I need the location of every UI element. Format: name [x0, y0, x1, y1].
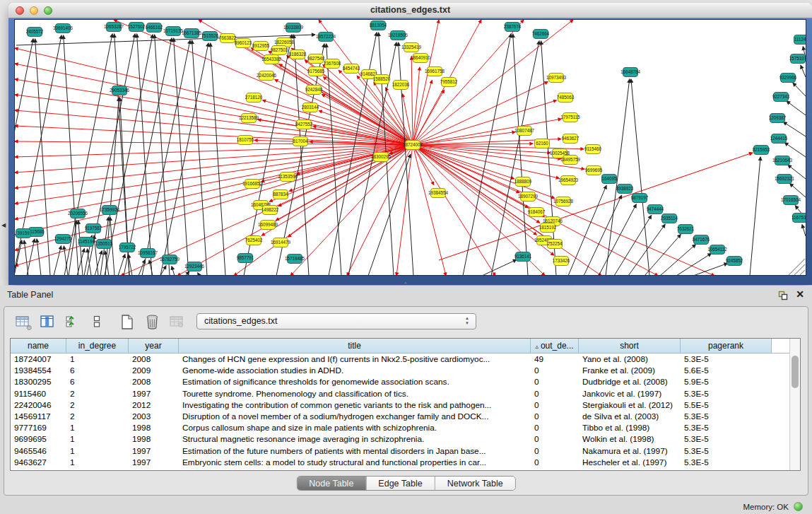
graph-node-label: 8454743 — [343, 66, 360, 71]
graph-node-label: 7955812 — [440, 79, 458, 84]
table-row[interactable]: 946554611997Estimation of the future num… — [11, 445, 789, 457]
cell-year: 2009 — [129, 365, 179, 376]
cell-out_de: 0 — [531, 388, 579, 399]
tab-node-table[interactable]: Node Table — [297, 477, 365, 490]
cell-year: 2003 — [129, 411, 179, 422]
graph-node-label: 18495759 — [560, 157, 581, 162]
collapse-panel-arrow-icon[interactable]: ◀ — [1, 222, 6, 228]
minimize-button[interactable] — [30, 6, 38, 15]
tab-network-table[interactable]: Network Table — [435, 477, 515, 490]
column-header-in_degree[interactable]: in_degree — [66, 339, 129, 353]
table-row[interactable]: 1830029562008Estimation of significance … — [11, 376, 789, 387]
graph-edge — [784, 143, 806, 157]
graph-node-label: 8427552 — [295, 122, 313, 127]
graph-edge — [482, 259, 517, 276]
new-table-icon[interactable] — [119, 313, 136, 330]
graph-edge — [174, 38, 189, 276]
table-row[interactable]: 969969511998Structural magnetic resonanc… — [11, 433, 789, 445]
cell-year: 2012 — [129, 399, 179, 411]
graph-node-label: 9329966 — [779, 75, 797, 80]
cell-short: Hescheler et al. (1997) — [579, 457, 681, 468]
graph-node-label: 18300295 — [371, 154, 392, 159]
resize-grip[interactable] — [789, 259, 805, 275]
graph-node-label: 1888809 — [514, 179, 532, 184]
table-row[interactable]: 911546021997Tourette syndrome. Phenomeno… — [11, 388, 789, 399]
close-button[interactable] — [16, 6, 24, 15]
memory-status-indicator[interactable] — [794, 502, 803, 511]
graph-node-label: 9245852 — [726, 258, 743, 263]
graph-node-label: 9227343 — [772, 94, 790, 99]
row-format-icon[interactable] — [88, 313, 105, 330]
cell-short: Jankovic et al. (1997) — [579, 388, 681, 399]
graph-node-label: 1588520 — [373, 76, 391, 81]
graph-edge — [413, 20, 524, 145]
graph-node-label: 1575107 — [789, 56, 806, 61]
graph-node-label: 18907299 — [518, 194, 539, 199]
graph-edge — [54, 246, 61, 276]
table-type-tabs: Node TableEdge TableNetwork Table — [296, 476, 515, 491]
float-window-icon[interactable] — [778, 291, 788, 300]
graph-node-label: 10719135 — [163, 28, 184, 33]
cell-title: Disruption of a novel member of a sodium… — [179, 411, 531, 422]
table-body: 1872400712008Changes of HCN gene express… — [11, 354, 789, 470]
graph-node-label: 8471676 — [693, 237, 710, 242]
graph-node-label: 2405572 — [26, 29, 44, 34]
column-header-out_de[interactable]: ▵out_de... — [531, 339, 579, 353]
cell-name: 18724007 — [11, 354, 66, 365]
cell-in_degree: 2 — [66, 399, 129, 411]
table-panel-body: ⚙ — [4, 306, 808, 496]
select-columns-icon[interactable] — [39, 313, 56, 330]
graph-node-label: 9115460 — [584, 146, 602, 151]
table-row[interactable]: 977716911998Corpus callosum shape and si… — [11, 422, 789, 433]
zoom-button[interactable] — [44, 6, 52, 15]
table-row[interactable]: 1938455462009Genome-wide association stu… — [11, 365, 789, 376]
vertical-scrollbar[interactable] — [789, 339, 800, 470]
table-row[interactable]: 946362711997Embryonic stem cells: a mode… — [11, 457, 789, 468]
cell-out_de: 49 — [531, 354, 579, 365]
graph-edge — [15, 64, 413, 145]
cell-in_degree: 1 — [66, 422, 129, 433]
cell-title: Estimation of significance thresholds fo… — [179, 376, 531, 387]
table-row[interactable]: 1456911722003Disruption of a novel membe… — [11, 411, 789, 422]
graph-node-label: 9827548 — [307, 56, 325, 61]
graph-node-label: 7485063 — [557, 95, 575, 100]
graph-edge — [787, 101, 806, 115]
cell-title: Genome-wide association studies in ADHD. — [179, 365, 531, 376]
import-table-icon-disabled — [168, 313, 185, 330]
cell-title: Structural magnetic resonance image aver… — [179, 433, 531, 445]
cell-name: 9463627 — [11, 457, 66, 468]
column-header-short[interactable]: short — [579, 339, 681, 353]
table-settings-icon[interactable]: ⚙ — [14, 313, 31, 330]
scrollbar-thumb[interactable] — [792, 356, 799, 388]
graph-node-label: 11353594 — [278, 174, 298, 179]
cell-short: Dudbridge et al. (2008) — [579, 376, 681, 387]
cell-name: 9465546 — [11, 445, 66, 457]
graph-node-label: 8186328 — [289, 52, 307, 57]
graph-node-label: 8813054 — [370, 23, 387, 28]
tab-edge-table[interactable]: Edge Table — [365, 477, 434, 490]
table-panel-title: Table Panel — [7, 286, 53, 305]
delete-table-icon[interactable] — [143, 313, 160, 330]
close-icon[interactable]: ✕ — [796, 288, 804, 300]
column-header-title[interactable]: title — [179, 339, 531, 353]
graph-edge — [413, 145, 495, 276]
network-canvas[interactable]: 2405572306914061065328715276026466162107… — [14, 19, 806, 276]
column-visibility-icon[interactable] — [64, 313, 81, 330]
graph-node-label: 9197587 — [85, 226, 102, 230]
node-table: namein_degreeyeartitle▵out_de...shortpag… — [10, 338, 801, 471]
column-header-year[interactable]: year — [129, 339, 179, 353]
column-header-pagerank[interactable]: pagerank — [681, 339, 772, 353]
table-selector-dropdown[interactable]: citations_edges.txt ▲▼ — [196, 313, 476, 329]
table-row[interactable]: 1872400712008Changes of HCN gene express… — [11, 354, 789, 365]
gear-icon: ⚙ — [26, 324, 33, 332]
graph-node-label: 1145194 — [78, 239, 95, 244]
graph-edge — [802, 225, 806, 236]
graph-edge — [27, 239, 35, 276]
table-row[interactable]: 2242004622012Investigating the contribut… — [11, 399, 789, 411]
window-titlebar[interactable]: citations_edges.txt — [8, 3, 812, 18]
graph-node-label: 17016504 — [781, 197, 801, 202]
graph-edge — [645, 235, 681, 276]
network-window: citations_edges.txt 24055723069140610653… — [8, 3, 812, 285]
cell-name: 14569117 — [11, 411, 66, 422]
column-header-name[interactable]: name — [11, 339, 66, 353]
